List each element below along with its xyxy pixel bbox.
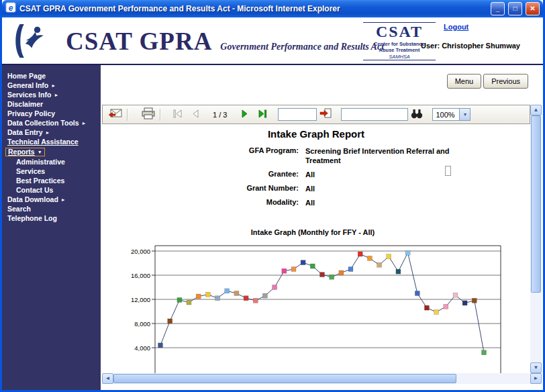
report-field-row: Grantee:All <box>102 170 530 179</box>
last-page-button[interactable] <box>254 107 271 123</box>
sidebar-item-data-download[interactable]: Data Download► <box>2 195 101 204</box>
sidebar-item-data-collection-tools[interactable]: Data Collection Tools► <box>2 118 101 128</box>
vertical-scroll-thumb[interactable] <box>531 115 541 293</box>
report-field-value: All <box>305 198 466 207</box>
search-input[interactable] <box>341 108 408 121</box>
report-fields: GFA Program:Screening Brief Intervention… <box>102 146 530 207</box>
minimize-button[interactable]: _ <box>491 2 505 15</box>
sidebar-item-label: Technical Assistance <box>7 138 79 146</box>
sidebar-item-label: Data Collection Tools <box>7 119 79 127</box>
chevron-right-icon: ► <box>46 130 50 135</box>
main-content: Menu Previous <box>101 65 543 390</box>
svg-text:20,000: 20,000 <box>131 248 150 255</box>
goto-page-input[interactable] <box>278 108 317 121</box>
csat-logo-samhsa: SAMHSA <box>363 54 436 60</box>
print-button[interactable] <box>140 107 157 123</box>
report-field-value: All <box>305 184 466 193</box>
svg-text:12,000: 12,000 <box>131 296 150 303</box>
maximize-button[interactable]: □ <box>508 2 522 15</box>
page-indicator: 1 / 3 <box>213 111 227 119</box>
search-button[interactable] <box>408 107 426 123</box>
sidebar-item-reports[interactable]: Reports▼ <box>2 146 101 157</box>
sidebar-item-best-practices[interactable]: Best Practices <box>2 176 101 185</box>
chart-title: Intake Graph (Monthly for FFY - All) <box>121 228 504 236</box>
horizontal-scrollbar[interactable]: ◄ ► <box>102 373 542 384</box>
report-title: Intake Graph Report <box>102 128 530 140</box>
title-bar: e CSAT GPRA Government Performance and R… <box>2 0 543 17</box>
report-field-label: GFA Program: <box>102 146 305 165</box>
report-field-label: Modality: <box>102 198 305 207</box>
sidebar-item-administrative[interactable]: Administrative <box>2 157 101 166</box>
hhs-logo <box>10 23 45 62</box>
scroll-right-button[interactable]: ► <box>530 373 542 384</box>
sidebar-item-home-page[interactable]: Home Page <box>2 71 101 81</box>
sidebar-item-telephone-log[interactable]: Telephone Log <box>2 213 101 223</box>
report-toolbar: 1 / 3 <box>102 105 530 124</box>
logout-link[interactable]: Logout <box>444 23 468 31</box>
report-field-row: Grant Number:All <box>102 184 530 193</box>
chevron-right-icon: ► <box>82 121 87 126</box>
sidebar-item-label: General Info <box>7 82 48 89</box>
report-field-row: Modality:All <box>102 198 530 207</box>
svg-text:8,000: 8,000 <box>134 320 150 328</box>
intake-chart: 20,00016,00012,0008,0004,000 <box>121 244 504 373</box>
export-button[interactable] <box>107 107 124 123</box>
svg-text:e: e <box>9 3 13 13</box>
sidebar-item-search[interactable]: Search <box>2 204 101 213</box>
sidebar-menu: Home PageGeneral Info►Services Info►Disc… <box>2 65 101 390</box>
binoculars-icon <box>410 109 424 121</box>
sidebar-item-contact-us[interactable]: Contact Us <box>2 185 101 195</box>
toolbar-separator <box>160 109 160 121</box>
chevron-right-icon: ► <box>54 93 58 97</box>
prev-page-button[interactable] <box>186 107 203 123</box>
report-page: Intake Graph Report GFA Program:Screenin… <box>102 124 530 373</box>
sidebar-item-privacy-policy[interactable]: Privacy Policy <box>2 109 101 118</box>
first-page-button[interactable] <box>168 107 186 123</box>
sidebar-item-disclaimer[interactable]: Disclaimer <box>2 99 101 109</box>
window-title: CSAT GPRA Government Performance and Res… <box>19 4 487 13</box>
export-icon <box>108 107 123 121</box>
brand: CSAT GPRAGovernment Performance and Resu… <box>66 27 384 56</box>
svg-text:4,000: 4,000 <box>134 344 150 352</box>
chevron-down-icon: ▼ <box>38 150 42 154</box>
sidebar-item-label: Best Practices <box>16 177 64 185</box>
sidebar-item-label: Administrative <box>16 158 65 166</box>
report-field-value: Screening Brief Intervention Referral an… <box>305 146 466 165</box>
sidebar-item-label: Disclaimer <box>7 101 43 108</box>
scroll-up-button[interactable]: ▲ <box>530 105 542 115</box>
sidebar-item-label: Contact Us <box>16 187 53 194</box>
sidebar-item-technical-assistance[interactable]: Technical Assistance <box>2 137 101 146</box>
sidebar-item-label: Privacy Policy <box>7 110 55 117</box>
goto-page-button[interactable] <box>317 107 334 123</box>
sidebar-item-label: Home Page <box>7 72 46 80</box>
zoom-value: 100% <box>436 111 454 119</box>
horizontal-scroll-thumb[interactable] <box>113 374 456 383</box>
chart-block: Intake Graph (Monthly for FFY - All) 20,… <box>121 228 504 373</box>
next-page-button[interactable] <box>236 107 254 123</box>
report-field-label: Grant Number: <box>102 184 305 193</box>
user-label: User: Christopher Shumway <box>421 42 535 50</box>
ie-icon: e <box>5 2 16 15</box>
previous-button[interactable]: Previous <box>483 74 528 89</box>
zoom-select[interactable]: 100% ▼ <box>432 108 470 121</box>
print-icon <box>141 107 156 121</box>
sidebar-item-general-info[interactable]: General Info► <box>2 81 101 90</box>
sidebar-item-label: Services <box>16 168 45 175</box>
sidebar-item-label: Data Entry <box>7 129 43 136</box>
prev-page-icon <box>191 109 199 120</box>
sidebar-item-data-entry[interactable]: Data Entry► <box>2 128 101 137</box>
svg-text:16,000: 16,000 <box>131 272 150 279</box>
sidebar-item-label: Reports <box>8 148 35 156</box>
scroll-left-button[interactable]: ◄ <box>102 373 113 384</box>
sidebar-item-services[interactable]: Services <box>2 166 101 176</box>
vertical-scrollbar[interactable]: ▲ ▼ <box>530 105 542 373</box>
sidebar-item-services-info[interactable]: Services Info► <box>2 90 101 99</box>
menu-button[interactable]: Menu <box>447 74 482 89</box>
scroll-down-button[interactable]: ▼ <box>530 362 542 373</box>
toolbar-separator <box>127 109 128 121</box>
goto-page-icon <box>319 108 332 121</box>
report-field-value: All <box>305 170 466 179</box>
sidebar-item-label: Data Download <box>7 196 58 203</box>
close-button[interactable]: ✕ <box>526 2 540 15</box>
report-field-label: Grantee: <box>102 170 305 179</box>
